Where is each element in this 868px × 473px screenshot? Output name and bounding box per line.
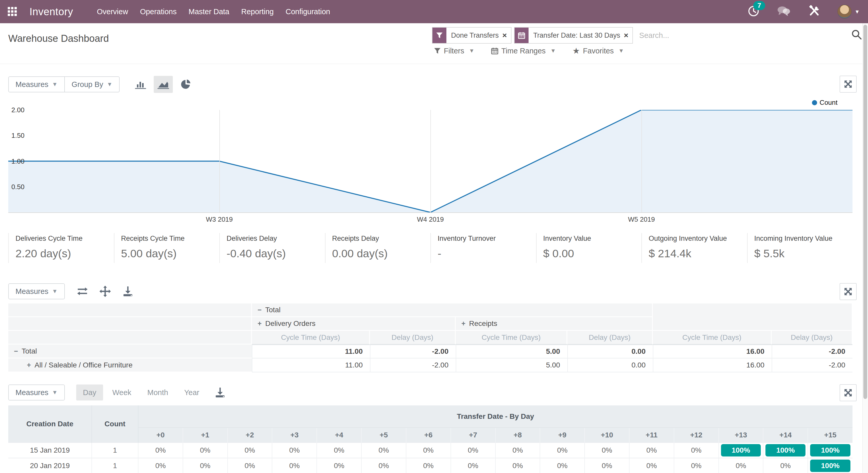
user-menu[interactable]: ▾ <box>838 5 859 19</box>
interval-button-month[interactable]: Month <box>141 384 175 401</box>
interval-button-week[interactable]: Week <box>106 384 138 401</box>
nav-item-overview[interactable]: Overview <box>97 7 128 16</box>
pivot-cell: 16.00 <box>653 344 772 359</box>
pivot-cell: -2.00 <box>772 359 852 372</box>
kpi-card-receipts-delay[interactable]: Receipts Delay0.00 day(s) <box>325 233 431 263</box>
filter-icon <box>432 28 446 43</box>
pivot-cell: 11.00 <box>252 344 370 359</box>
kpi-card-inventory-value[interactable]: Inventory Value$ 0.00 <box>536 233 642 263</box>
x-axis-label: W4 2019 <box>417 215 444 224</box>
calendar-icon <box>515 28 529 43</box>
control-panel: Warehouse Dashboard Done Transfers × Tra… <box>0 23 868 64</box>
chevron-down-icon: ▼ <box>52 81 58 88</box>
debug-tools-menu[interactable] <box>808 5 820 18</box>
cohort-offset-header: +13 <box>719 428 764 443</box>
star-icon: ★ <box>572 46 580 56</box>
kpi-card-deliveries-cycle-time[interactable]: Deliveries Cycle Time2.20 day(s) <box>8 233 114 263</box>
cohort-highlight-chip[interactable]: 100% <box>810 444 850 457</box>
cohort-highlight-chip[interactable]: 100% <box>721 444 761 457</box>
cohort-highlight-chip[interactable]: 100% <box>810 460 850 472</box>
cohort-measures-button[interactable]: Measures▼ <box>8 384 65 401</box>
interval-button-year[interactable]: Year <box>178 384 206 401</box>
search-icon[interactable] <box>851 29 862 41</box>
chart-gridline <box>430 110 431 212</box>
pivot-measure-header[interactable]: Cycle Time (Days) <box>653 331 772 344</box>
pivot-measure-header[interactable]: Delay (Days) <box>567 331 653 344</box>
pivot-header-rowtotal <box>653 303 852 331</box>
time-ranges-dropdown[interactable]: Time Ranges▼ <box>491 47 556 55</box>
cohort-offset-header: +4 <box>317 428 362 443</box>
kpi-value: -0.40 day(s) <box>226 247 325 260</box>
kpi-card-incoming-inventory-value[interactable]: Incoming Inventory Value$ 5.5k <box>747 233 853 263</box>
cohort-offset-header: +6 <box>406 428 451 443</box>
kpi-card-inventory-turnover[interactable]: Inventory Turnover- <box>430 233 536 263</box>
kpi-card-deliveries-delay[interactable]: Deliveries Delay-0.40 day(s) <box>219 233 325 263</box>
messages-menu[interactable] <box>777 5 791 18</box>
chart-legend[interactable]: Count <box>812 99 838 107</box>
pivot-row-header[interactable]: +All / Saleable / Office Furniture <box>8 359 252 372</box>
cohort-offset-header: +14 <box>763 428 808 443</box>
chevron-down-icon: ▼ <box>107 81 113 88</box>
graph-expand-button[interactable] <box>840 76 857 93</box>
measures-button[interactable]: Measures▼ <box>8 76 65 92</box>
pie-chart-icon[interactable] <box>177 76 195 93</box>
apps-grid-icon[interactable] <box>8 7 17 16</box>
nav-item-operations[interactable]: Operations <box>140 7 177 16</box>
cohort-cell: 0% <box>362 458 406 473</box>
facet-remove-icon[interactable]: × <box>502 28 511 43</box>
search-input[interactable] <box>639 31 845 40</box>
pivot-measure-header[interactable]: Delay (Days) <box>370 331 456 344</box>
kpi-label: Inventory Turnover <box>438 235 536 243</box>
kpi-value: - <box>438 247 536 260</box>
nav-item-reporting[interactable]: Reporting <box>241 7 274 16</box>
nav-item-configuration[interactable]: Configuration <box>285 7 330 16</box>
pivot-tbody: −Total11.00-2.005.000.0016.00-2.00+All /… <box>8 344 852 372</box>
download-icon[interactable] <box>121 284 134 298</box>
pivot-measure-header[interactable]: Cycle Time (Days) <box>252 331 370 344</box>
kpi-value: 0.00 day(s) <box>332 247 431 260</box>
activity-menu[interactable]: 7 <box>748 5 760 18</box>
pivot-expand-button[interactable] <box>840 283 857 300</box>
cohort-cell: 0% <box>495 458 540 473</box>
pivot-measures-button[interactable]: Measures▼ <box>8 283 65 299</box>
pivot-header-delivery-orders[interactable]: +Delivery Orders <box>252 317 456 331</box>
nav-item-master-data[interactable]: Master Data <box>189 7 229 16</box>
search-bar: Done Transfers × Transfer Date: Last 30 … <box>432 27 845 44</box>
pivot-header-receipts[interactable]: +Receipts <box>456 317 653 331</box>
group-by-button[interactable]: Group By▼ <box>65 76 120 92</box>
favorites-dropdown[interactable]: ★ Favorites▼ <box>572 46 624 56</box>
area-chart-icon[interactable] <box>154 76 173 93</box>
y-axis-label: 0.50 <box>11 183 25 191</box>
interval-button-day[interactable]: Day <box>76 384 103 401</box>
pivot-row-label: Total <box>22 347 37 355</box>
bar-chart-icon[interactable] <box>131 76 150 93</box>
kpi-card-outgoing-inventory-value[interactable]: Outgoing Inventory Value$ 214.4k <box>642 233 747 263</box>
cohort-cell: 0% <box>406 443 451 458</box>
cohort-cell: 0% <box>585 443 629 458</box>
pivot-row-header[interactable]: −Total <box>8 344 252 359</box>
filters-dropdown[interactable]: Filters▼ <box>434 47 474 55</box>
pivot-corner-cell <box>8 331 252 344</box>
cohort-date-header: Creation Date <box>8 405 92 443</box>
area-chart[interactable]: W3 2019W4 2019W5 20192.001.501.000.50 <box>8 110 852 212</box>
cohort-cell: 0% <box>272 443 317 458</box>
pivot-measure-header[interactable]: Cycle Time (Days) <box>456 331 567 344</box>
pivot-header-total[interactable]: −Total <box>252 303 653 317</box>
kpi-label: Receipts Cycle Time <box>121 235 220 243</box>
expand-icon: + <box>461 320 466 328</box>
facet-label: Transfer Date: Last 30 Days <box>529 28 624 43</box>
pivot-measure-header[interactable]: Delay (Days) <box>772 331 852 344</box>
expand-all-icon[interactable] <box>98 284 112 298</box>
kpi-card-receipts-cycle-time[interactable]: Receipts Cycle Time5.00 day(s) <box>114 233 220 263</box>
app-brand[interactable]: Inventory <box>29 6 73 18</box>
chevron-down-icon: ▼ <box>52 389 58 396</box>
flip-axis-icon[interactable] <box>76 284 89 298</box>
cohort-cell: 0% <box>227 443 272 458</box>
facet-remove-icon[interactable]: × <box>624 28 633 43</box>
download-icon[interactable] <box>213 386 227 399</box>
cohort-expand-button[interactable] <box>840 384 857 401</box>
pivot-cell: -2.00 <box>370 359 456 372</box>
chevron-down-icon: ▼ <box>618 47 624 54</box>
cohort-highlight-chip[interactable]: 100% <box>766 444 805 457</box>
scrollbar-thumb[interactable] <box>863 25 867 399</box>
